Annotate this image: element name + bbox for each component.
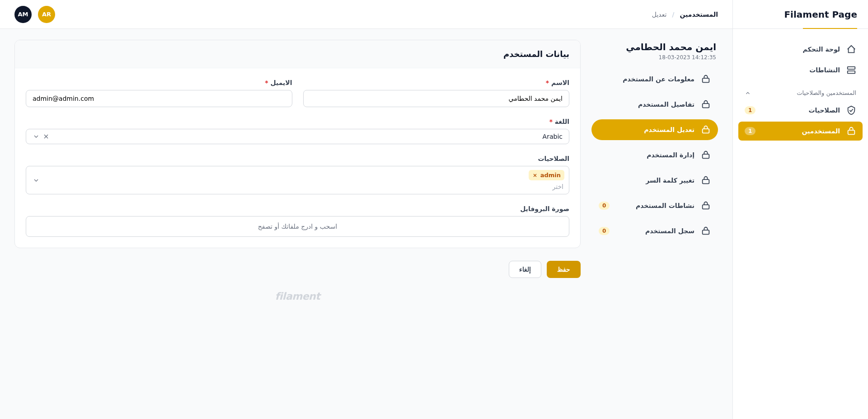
lock-icon (701, 226, 711, 236)
cancel-button[interactable]: إلغاء (509, 261, 541, 278)
role-tag-label: admin (540, 172, 561, 179)
save-button[interactable]: حفظ (547, 261, 581, 278)
tab-user-manage[interactable]: إدارة المستخدم (591, 145, 718, 165)
lock-icon (701, 150, 711, 160)
roles-multiselect[interactable]: admin اختر (26, 166, 569, 194)
avatar-dropzone[interactable]: اسحب و ادرج ملفاتك أو تصفح (26, 216, 569, 237)
card-title: بيانات المستخدم (15, 40, 580, 68)
nav-dashboard-label: لوحة التحكم (803, 46, 840, 53)
server-icon (846, 65, 856, 75)
user-data-card: بيانات المستخدم الاسم * الايميل * (14, 40, 581, 248)
role-tag: admin (529, 170, 564, 180)
svg-rect-0 (848, 67, 855, 70)
lang-badge-text: AR (42, 11, 51, 18)
close-icon[interactable] (42, 133, 50, 140)
main-area: المستخدمين / تعديل AR AM ايمن محمد الحطا… (0, 0, 732, 419)
svg-rect-4 (703, 104, 709, 108)
nav-users-label: المستخدمين (802, 127, 840, 135)
field-name: الاسم * (303, 79, 570, 107)
tab-label: نشاطات المستخدم (636, 202, 694, 209)
permissions-count-badge: 1 (745, 106, 755, 114)
tab-label: تغيير كلمة السر (646, 177, 694, 184)
nav-group-users-perms[interactable]: المستخدمين والصلاحيات (738, 81, 863, 101)
field-avatar: صورة البروفايل اسحب و ادرج ملفاتك أو تصف… (26, 205, 569, 237)
email-input[interactable] (26, 90, 292, 107)
home-icon (846, 44, 856, 54)
main-sidebar: Filament Page لوحة التحكم النشاطات المست… (732, 0, 868, 419)
language-label: اللغة * (26, 118, 569, 125)
tab-change-password[interactable]: تغيير كلمة السر (591, 170, 718, 191)
page-header: ايمن محمد الحطامي 18-03-2023 14:12:35 (591, 40, 718, 69)
form-actions: حفظ إلغاء (14, 261, 581, 278)
nav-activities-label: النشاطات (809, 66, 840, 74)
tab-label: تعديل المستخدم (644, 126, 694, 133)
avatar-label: صورة البروفايل (26, 205, 569, 212)
nav-activities[interactable]: النشاطات (738, 61, 863, 80)
chevron-down-icon (33, 133, 40, 140)
svg-rect-2 (848, 130, 855, 134)
svg-rect-9 (703, 230, 709, 234)
primary-nav: لوحة التحكم النشاطات المستخدمين والصلاحي… (733, 29, 868, 153)
page-title: ايمن محمد الحطامي (593, 42, 716, 52)
breadcrumb: المستخدمين / تعديل (652, 11, 718, 18)
close-icon[interactable] (532, 173, 538, 178)
tab-label: إدارة المستخدم (647, 151, 694, 159)
email-label: الايميل * (26, 79, 292, 86)
tab-user-edit[interactable]: تعديل المستخدم (591, 119, 718, 140)
brand-title: Filament Page (784, 9, 857, 20)
shield-icon (846, 105, 856, 115)
svg-rect-1 (848, 71, 855, 74)
nav-users[interactable]: المستخدمين 1 (738, 122, 863, 141)
svg-rect-3 (703, 78, 709, 82)
tab-label: معلومات عن المستخدم (623, 75, 694, 83)
lock-icon (701, 175, 711, 185)
page-timestamp: 18-03-2023 14:12:35 (593, 54, 716, 61)
record-subnav: ايمن محمد الحطامي 18-03-2023 14:12:35 مع… (591, 40, 718, 246)
tab-count-badge: 0 (599, 202, 610, 210)
nav-group-label: المستخدمين والصلاحيات (797, 89, 856, 96)
dropzone-text: اسحب و ادرج ملفاتك أو تصفح (258, 223, 337, 230)
breadcrumb-current: تعديل (652, 11, 667, 18)
lock-icon (701, 201, 711, 211)
lock-icon (701, 74, 711, 84)
svg-rect-7 (703, 179, 709, 184)
tab-count-badge: 0 (599, 227, 610, 235)
user-badge-text: AM (18, 11, 28, 18)
svg-rect-6 (703, 154, 709, 158)
field-language: اللغة * Arabic (26, 118, 569, 144)
users-count-badge: 1 (745, 127, 755, 135)
nav-permissions[interactable]: الصلاحيات 1 (738, 101, 863, 120)
tab-user-info[interactable]: معلومات عن المستخدم (591, 69, 718, 89)
lock-icon (701, 125, 711, 135)
roles-label: الصلاحيات (26, 155, 569, 162)
nav-permissions-label: الصلاحيات (808, 107, 840, 114)
roles-placeholder: اختر (31, 180, 564, 190)
language-select[interactable]: Arabic (26, 129, 569, 144)
topbar: المستخدمين / تعديل AR AM (0, 0, 732, 29)
breadcrumb-separator: / (672, 11, 674, 18)
name-label: الاسم * (303, 79, 570, 86)
tab-user-details[interactable]: تفاصيل المستخدم (591, 94, 718, 115)
svg-rect-5 (703, 129, 709, 133)
lang-switcher[interactable]: AR (38, 6, 55, 23)
nav-dashboard[interactable]: لوحة التحكم (738, 40, 863, 59)
breadcrumb-root[interactable]: المستخدمين (680, 11, 718, 18)
lock-icon (846, 126, 856, 136)
tab-label: سجل المستخدم (645, 227, 694, 235)
field-email: الايميل * (26, 79, 292, 107)
lock-icon (701, 99, 711, 109)
user-menu[interactable]: AM (14, 6, 32, 23)
footer-brand: filament (14, 291, 581, 313)
language-value: Arabic (53, 133, 563, 140)
brand-area[interactable]: Filament Page (733, 0, 868, 29)
tab-user-log[interactable]: سجل المستخدم 0 (591, 221, 718, 241)
tab-label: تفاصيل المستخدم (638, 101, 694, 108)
svg-rect-8 (703, 205, 709, 209)
chevron-down-icon (33, 177, 40, 184)
field-roles: الصلاحيات admin اختر (26, 155, 569, 194)
tab-user-activities[interactable]: نشاطات المستخدم 0 (591, 195, 718, 216)
chevron-up-icon (745, 90, 751, 96)
name-input[interactable] (303, 90, 570, 107)
form-area: بيانات المستخدم الاسم * الايميل * (14, 40, 581, 313)
